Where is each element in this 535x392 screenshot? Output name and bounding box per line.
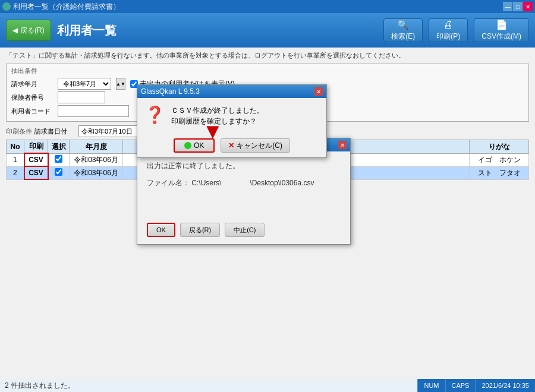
cell-no: 1 [7,153,24,166]
confirm-dialog-body: ❓ ＣＳＶ作成が終了しました。 印刷履歴を確定しますか？ [137,98,326,134]
confirm-dialog: GlassQkan L 9.5.3 ✕ ❓ ＣＳＶ作成が終了しました。 印刷履歴… [137,84,327,158]
csv-button[interactable]: 📄 CSV作成(M) [474,18,529,42]
cancel-x-icon: ✕ [228,141,234,150]
confirm-message-1: ＣＳＶ作成が終了しました。 [171,105,264,116]
toolbar: ◀ 戻る(R) 利用者一覧 🔍 検索(E) 🖨 印刷(P) 📄 CSV作成(M) [0,13,535,48]
back-arrow-icon: ◀ [12,26,18,34]
cell-select[interactable] [48,153,70,166]
csv-label: CSV作成(M) [482,31,521,42]
cancel-label: キャンセル(C) [237,141,282,151]
title-bar: 利用者一覧（介護給付費請求書） — □ ✕ [0,0,535,13]
date-input[interactable] [78,125,138,137]
warning-icon: ❓ [144,105,165,125]
close-button[interactable]: ✕ [523,2,533,11]
col-select: 選択 [48,140,70,154]
confirm-message-2: 印刷履歴を確定しますか？ [171,116,264,127]
col-kana: りがな [470,140,529,154]
cell-print: CSV [24,153,48,166]
caps-indicator: CAPS [445,379,476,392]
filter-section-label: 抽出条件 [11,67,524,75]
page-title: 利用者一覧 [57,23,378,39]
confirm-close-btn[interactable]: ✕ [314,87,323,96]
status-bar: 2 件抽出されました。 NUM CAPS 2021/6/24 10:35 [0,379,535,392]
cell-yearmonth: 令和03年06月 [70,166,123,179]
row1-checkbox[interactable] [55,155,62,163]
cell-print: CSV [24,166,48,179]
col-no: No [7,140,24,154]
minimize-button[interactable]: — [503,2,512,11]
confirm-dialog-titlebar: GlassQkan L 9.5.3 ✕ [137,85,326,98]
print-section-label: 印刷条件 [6,127,32,136]
folder-ok-button[interactable]: OK [147,223,175,237]
insurer-input[interactable] [58,91,105,103]
folder-filename: ファイル名： C:\Users\ \Desktop\i0306a.csv [147,178,341,188]
insurer-label: 保険者番号 [11,93,53,102]
cell-no: 2 [7,166,24,179]
confirm-ok-button[interactable]: OK [174,138,215,153]
print-label: 印刷(P) [436,31,460,42]
search-label: 検索(E) [391,31,415,42]
month-select[interactable]: 令和3年7月 [58,78,111,90]
cell-yearmonth: 令和03年06月 [70,153,123,166]
month-spin-btn[interactable]: ▲▼ [116,78,125,90]
search-button[interactable]: 🔍 検索(E) [383,18,423,42]
cell-select[interactable] [48,166,70,179]
ok-circle-icon [184,142,191,149]
csv-icon: 📄 [496,19,508,30]
notice-text: 「テスト」に関する集計・請求処理を行ないます。他の事業所を対象とする場合は、ログ… [6,51,529,60]
print-button[interactable]: 🖨 印刷(P) [429,18,468,42]
user-code-label: 利用者コード [11,107,53,116]
month-label: 請求年月 [11,80,53,88]
filename-label: ファイル名： [147,179,190,187]
status-main-text: 2 件抽出されました。 [0,379,417,392]
cell-kana: スト フタオ [470,166,529,179]
num-indicator: NUM [417,379,445,392]
filename-value: C:\Users\ \Desktop\i0306a.csv [191,179,314,187]
print-icon: 🖨 [443,20,453,30]
folder-close-btn[interactable]: ✕ [338,141,347,149]
datetime-display: 2021/6/24 10:35 [475,379,535,392]
window-title: 利用者一覧（介護給付費請求書） [13,2,120,12]
folder-success-text: 出力は正常に終了しました。 [147,161,341,171]
confirm-dialog-title: GlassQkan L 9.5.3 [141,87,200,96]
folder-back-button[interactable]: 戻る(R) [180,223,220,237]
user-code-input[interactable] [58,105,129,117]
row2-checkbox[interactable] [55,168,62,176]
col-yearmonth: 年月度 [70,140,123,154]
back-label: 戻る(R) [20,26,45,36]
col-print: 印刷 [24,140,48,154]
confirm-cancel-button[interactable]: ✕ キャンセル(C) [221,138,290,153]
maximize-button[interactable]: □ [513,2,523,11]
folder-stop-button[interactable]: 中止(C) [225,223,265,237]
app-icon [2,2,11,11]
date-label: 請求書日付 [34,127,76,136]
cell-kana: イゴ ホケン [470,153,529,166]
search-icon: 🔍 [397,19,409,30]
ok-label: OK [194,141,204,150]
back-button[interactable]: ◀ 戻る(R) [6,20,51,41]
folder-dialog-body: 出力は正常に終了しました。 ファイル名： C:\Users\ \Desktop\… [137,151,350,223]
